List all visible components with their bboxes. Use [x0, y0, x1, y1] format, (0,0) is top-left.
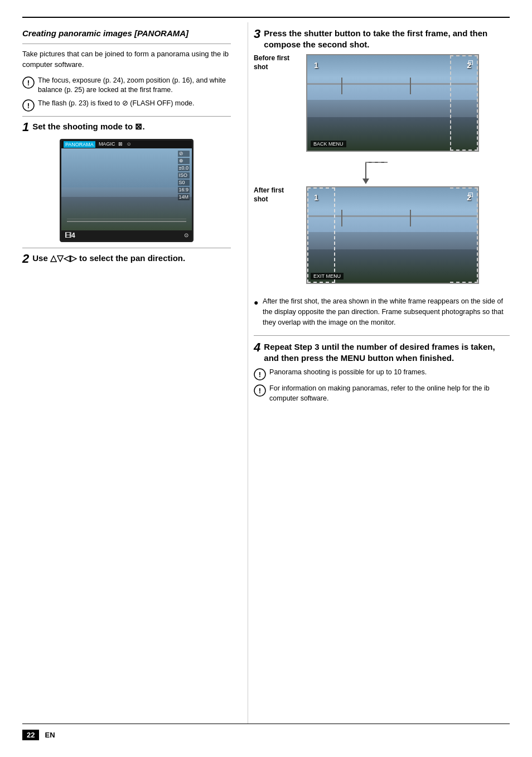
mode-panorama-icon: ⊠: [118, 141, 123, 148]
camera-mode-bar: PANORAMA MAGIC ⊠ ☺: [61, 141, 192, 148]
arrow-area: [365, 162, 510, 184]
step1-text: Set the shooting mode to ⊠.: [32, 121, 144, 132]
shot-overlap-top: [450, 55, 478, 56]
bullet-note-item: ● After the first shot, the area shown i…: [254, 296, 510, 327]
bridge-line2: [67, 219, 186, 219]
camera-frame-number: 4: [71, 232, 75, 239]
warning-icon-2: !: [22, 99, 35, 112]
icon-flash-off: ⊘: [178, 151, 190, 157]
shot-top-icon-before: ⊡: [468, 59, 473, 66]
note-item-1: ! The focus, exposure (p. 24), zoom posi…: [22, 76, 231, 95]
svg-text:!: !: [27, 102, 30, 110]
arrow-vert: [365, 163, 366, 179]
section-title: Creating panoramic images [PANORAMA]: [22, 28, 231, 39]
exit-menu-label: EXIT MENU: [311, 273, 344, 279]
mode-panorama: PANORAMA: [64, 141, 95, 148]
shot2-overlap-right: [450, 187, 478, 283]
step4-note-text-1: Panorama shooting is possible for up to …: [269, 368, 427, 378]
before-first-shot-image: 1 2 ⊡ BACK MENU: [306, 54, 479, 152]
icon-sensitivity: S0: [178, 180, 190, 186]
svg-text:!: !: [259, 370, 261, 379]
step4-note-2: ! For information on making panoramas, r…: [254, 384, 510, 403]
step1-divider: [22, 116, 231, 117]
page-number: 22: [22, 730, 39, 740]
shot-tower1: [341, 78, 342, 94]
content-area: Creating panoramic images [PANORAMA] Tak…: [22, 22, 510, 724]
warning-icon-1: !: [22, 76, 35, 89]
note-text-2: The flash (p. 23) is fixed to ⊘ (FLASH O…: [38, 99, 195, 109]
camera-bottom-right: ⊙: [184, 232, 188, 238]
warning-icon-3: !: [254, 368, 266, 380]
shot2-overlap-top-r: [450, 187, 478, 189]
mode-face-icon: ☺: [126, 141, 131, 148]
camera-image-area: ⊘ ⊕ ±0.0 ISO S0 16:9 14M: [61, 148, 192, 230]
left-column: Creating panoramic images [PANORAMA] Tak…: [22, 22, 248, 724]
page-footer: 22 EN: [22, 724, 510, 740]
shot-tower2: [410, 78, 411, 94]
camera-right-icons: ⊘ ⊕ ±0.0 ISO S0 16:9 14M: [178, 151, 190, 200]
step4-heading: 4 Repeat Step 3 until the number of desi…: [254, 341, 510, 363]
step4-note-1: ! Panorama shooting is possible for up t…: [254, 368, 510, 380]
icon-exposure: ±0.0: [178, 165, 190, 171]
shot-overlap-bottom: [450, 150, 478, 151]
camera-frame-icon: 🎞: [65, 232, 71, 239]
camera-bg-bottom: [61, 197, 192, 230]
step2-divider: [22, 248, 231, 248]
intro-text: Take pictures that can be joined to form…: [22, 49, 231, 70]
shot-top-icon-after: ⊡: [468, 191, 473, 199]
step2-text: Use △▽◁▷ to select the pan direction.: [32, 253, 185, 264]
svg-text:!: !: [27, 79, 30, 87]
step2-heading: 2 Use △▽◁▷ to select the pan direction.: [22, 253, 231, 265]
icon-resolution: 14M: [178, 194, 190, 200]
shot-num-1-after: 1: [314, 193, 318, 202]
camera-bg-top: [61, 148, 192, 187]
shot2-tower1: [341, 210, 342, 226]
note-item-2: ! The flash (p. 23) is fixed to ⊘ (FLASH…: [22, 99, 231, 112]
shot2-tower2: [410, 210, 411, 226]
mode-magic: MAGIC: [99, 141, 115, 148]
step3-heading: 3 Press the shutter button to take the f…: [254, 22, 510, 54]
arrow-down-tip: [362, 179, 369, 184]
arrow-horizontal: [365, 162, 388, 163]
section-divider: [22, 44, 231, 44]
before-shot-row: Before first shot 1 2: [254, 54, 510, 158]
page-lang: EN: [45, 731, 55, 739]
bullet-dot: ●: [254, 298, 259, 306]
shot-overlap-left-inner: [450, 55, 478, 151]
svg-text:!: !: [259, 387, 261, 395]
after-shot-row: After first shot 1 2 ⊡: [254, 186, 510, 291]
shot-num-1-before: 1: [314, 61, 318, 70]
step3-text: Press the shutter button to take the fir…: [264, 28, 510, 50]
step3-number: 3: [254, 28, 260, 40]
bullet-note-text: After the first shot, the area shown in …: [263, 296, 510, 327]
camera-screen: PANORAMA MAGIC ⊠ ☺ ⊘ ⊕: [60, 139, 194, 242]
step1-number: 1: [22, 121, 29, 133]
warning-icon-4: !: [254, 384, 266, 397]
shot2-overlap-left: [307, 187, 335, 283]
before-shot-label: Before first shot: [254, 54, 298, 71]
step1-heading: 1 Set the shooting mode to ⊠.: [22, 121, 231, 133]
page: Creating panoramic images [PANORAMA] Tak…: [0, 0, 532, 757]
after-first-shot-image: 1 2 ⊡ EXIT MENU: [306, 186, 479, 284]
back-menu-label: BACK MENU: [311, 141, 346, 147]
note-text-1: The focus, exposure (p. 24), zoom positi…: [38, 76, 231, 95]
icon-ratio: 16:9: [178, 187, 190, 193]
camera-bottom-bar: 🎞 4 ⊙: [61, 230, 192, 240]
icon-timer: ⊕: [178, 158, 190, 164]
shot2-overlap-bottom-r: [450, 282, 478, 283]
top-divider: [22, 17, 510, 18]
before-shot-label-wrapper: Before first shot: [254, 54, 298, 74]
after-shot-label-wrapper: After first shot: [254, 186, 298, 206]
right-column: 3 Press the shutter button to take the f…: [248, 22, 510, 724]
step2-number: 2: [22, 253, 29, 265]
icon-iso: ISO: [178, 172, 190, 179]
bridge-line: [67, 221, 186, 222]
step4-area: 4 Repeat Step 3 until the number of desi…: [254, 335, 510, 403]
step4-text: Repeat Step 3 until the number of desire…: [264, 341, 510, 363]
step4-number: 4: [254, 341, 260, 354]
arrow-dashes: [365, 162, 388, 163]
step4-note-text-2: For information on making panoramas, ref…: [269, 384, 510, 403]
after-shot-label: After first shot: [254, 186, 298, 204]
